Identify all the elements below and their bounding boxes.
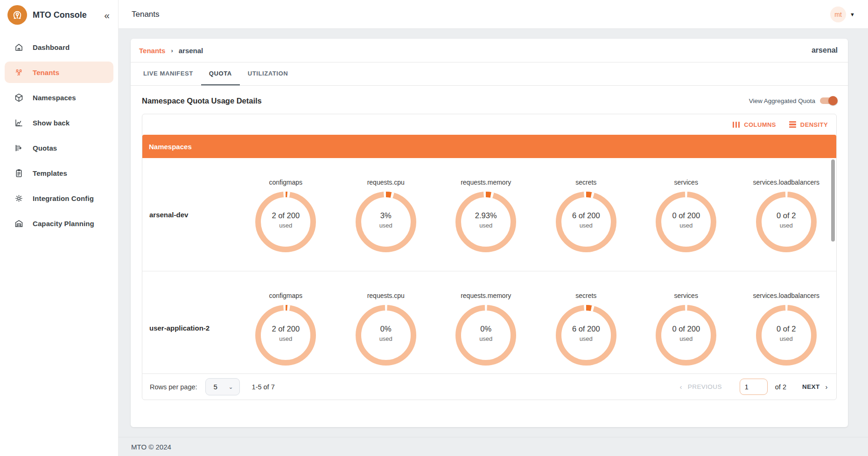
- avatar[interactable]: mt: [830, 7, 846, 22]
- chevron-right-icon: ›: [826, 383, 828, 391]
- quota-used-label: used: [679, 222, 693, 229]
- quota-cell-services.loadbalancers: services.loadbalancers0 of 2used: [736, 158, 837, 271]
- rows-per-page-select[interactable]: 5 ⌄: [205, 378, 240, 395]
- page-of-label: of 2: [775, 383, 786, 391]
- quota-cell-configmaps: configmaps2 of 200used: [236, 158, 336, 271]
- table-header-namespaces: Namespaces: [142, 135, 836, 158]
- page-number-input[interactable]: [740, 379, 768, 395]
- quota-donut-chart: 6 of 200used: [553, 302, 619, 368]
- sidebar-item-label: Integration Config: [33, 194, 94, 202]
- quota-section: Namespace Quota Usage Details View Aggre…: [131, 86, 848, 400]
- quota-value-label: 3%: [380, 211, 392, 220]
- quota-used-label: used: [479, 335, 492, 342]
- chevron-down-icon[interactable]: ▼: [850, 12, 855, 17]
- quota-cell-requests.cpu: requests.cpu0%used: [336, 271, 436, 373]
- footer: MTO © 2024: [119, 437, 868, 456]
- quota-used-label: used: [379, 335, 392, 342]
- home-icon: [13, 41, 24, 53]
- breadcrumb: Tenants › arsenal arsenal: [131, 39, 848, 62]
- tab-live-manifest[interactable]: LIVE MANIFEST: [135, 62, 201, 85]
- clipboard-icon: [13, 167, 24, 179]
- chevron-right-icon: ›: [171, 47, 173, 54]
- sidebar-item-label: Show back: [33, 119, 70, 127]
- sidebar-item-label: Capacity Planning: [33, 220, 94, 228]
- building-icon: [13, 218, 24, 229]
- quota-cell-secrets: secrets6 of 200used: [536, 271, 637, 373]
- gear-icon: [13, 193, 24, 204]
- sidebar-collapse-icon[interactable]: «: [102, 10, 112, 20]
- columns-button[interactable]: COLUMNS: [733, 121, 776, 128]
- quota-cell-services: services0 of 200used: [636, 158, 736, 271]
- topbar: Tenants mt ▼: [119, 0, 868, 29]
- quota-value-label: 2 of 200: [272, 211, 300, 220]
- namespace-name-label: arsenal-dev: [142, 158, 236, 271]
- quota-icon: [13, 142, 24, 153]
- quota-value-label: 6 of 200: [572, 325, 600, 333]
- namespaces-quota-table: COLUMNS DENSITY Namespaces arsenal-devco…: [142, 114, 837, 400]
- mto-console-app: MTO Console « DashboardTenantsNamespaces…: [0, 0, 868, 456]
- app-title: MTO Console: [33, 10, 102, 20]
- quota-value-label: 0 of 2: [777, 211, 796, 220]
- quota-donut-chart: 0%used: [453, 302, 519, 368]
- quota-donut-chart: 0 of 200used: [653, 302, 719, 368]
- sidebar-item-integration-config[interactable]: Integration Config: [5, 187, 113, 209]
- table-body: arsenal-devconfigmaps2 of 200usedrequest…: [142, 158, 836, 373]
- quota-cell-secrets: secrets6 of 200used: [536, 158, 637, 271]
- breadcrumb-tenants-link[interactable]: Tenants: [139, 47, 165, 55]
- quota-used-label: used: [780, 335, 793, 342]
- sidebar-item-dashboard[interactable]: Dashboard: [5, 36, 113, 58]
- pagination-range-label: 1-5 of 7: [252, 383, 275, 391]
- quota-value-label: 0%: [380, 325, 392, 333]
- sidebar: MTO Console « DashboardTenantsNamespaces…: [0, 0, 119, 456]
- columns-icon: [733, 122, 740, 128]
- quota-value-label: 2.93%: [475, 211, 497, 220]
- quota-value-label: 0 of 2: [777, 325, 796, 333]
- quota-value-label: 0%: [480, 325, 491, 333]
- table-row-arsenal-dev: arsenal-devconfigmaps2 of 200usedrequest…: [142, 158, 836, 271]
- quota-used-label: used: [479, 222, 492, 229]
- tenant-name-label: arsenal: [812, 46, 838, 55]
- quota-value-label: 2 of 200: [272, 325, 300, 333]
- table-toolbar: COLUMNS DENSITY: [142, 114, 836, 135]
- chart-icon: [13, 117, 24, 128]
- quota-used-label: used: [379, 222, 392, 229]
- quota-donut-chart: 2 of 200used: [252, 189, 319, 255]
- sidebar-item-capacity-planning[interactable]: Capacity Planning: [5, 213, 113, 234]
- sidebar-item-tenants[interactable]: Tenants: [5, 62, 113, 83]
- sidebar-item-templates[interactable]: Templates: [5, 162, 113, 184]
- quota-donut-chart: 3%used: [353, 189, 419, 255]
- quota-cell-requests.memory: requests.memory2.93%used: [436, 158, 536, 271]
- quota-used-label: used: [279, 222, 292, 229]
- previous-page-button[interactable]: ‹ PREVIOUS: [679, 383, 721, 391]
- rows-per-page-label: Rows per page:: [150, 383, 197, 391]
- sidebar-item-show-back[interactable]: Show back: [5, 112, 113, 133]
- sidebar-item-quotas[interactable]: Quotas: [5, 137, 113, 159]
- density-button[interactable]: DENSITY: [789, 121, 828, 128]
- tab-quota[interactable]: QUOTA: [201, 62, 240, 85]
- toggle-knob: [828, 96, 838, 105]
- chevron-down-icon: ⌄: [229, 384, 233, 390]
- quota-cell-configmaps: configmaps2 of 200used: [236, 271, 336, 373]
- aggregated-quota-toggle[interactable]: [820, 96, 837, 105]
- topbar-user-menu[interactable]: mt ▼: [830, 7, 855, 22]
- cube-icon: [13, 92, 24, 103]
- chevron-left-icon: ‹: [679, 383, 682, 391]
- quota-cell-services: services0 of 200used: [636, 271, 736, 373]
- aggregated-quota-toggle-label: View Aggregated Quota: [749, 97, 815, 104]
- quota-donut-chart: 0 of 200used: [653, 189, 719, 255]
- namespace-name-label: user-application-2: [142, 271, 236, 373]
- quota-value-label: 0 of 200: [672, 325, 700, 333]
- sidebar-item-label: Tenants: [33, 69, 59, 76]
- quota-donut-chart: 0%used: [353, 302, 419, 368]
- quota-donut-chart: 0 of 2used: [753, 189, 819, 255]
- quota-donut-chart: 2.93%used: [453, 189, 519, 255]
- quota-value-label: 0 of 200: [672, 211, 700, 220]
- footer-copyright: MTO © 2024: [131, 443, 171, 451]
- sidebar-item-namespaces[interactable]: Namespaces: [5, 87, 113, 108]
- page-title: Tenants: [132, 10, 160, 19]
- vertical-scrollbar[interactable]: [831, 159, 835, 242]
- tab-utilization[interactable]: UTILIZATION: [240, 62, 296, 85]
- content-card: Tenants › arsenal arsenal LIVE MANIFESTQ…: [131, 39, 848, 427]
- next-page-button[interactable]: NEXT ›: [802, 383, 828, 391]
- quota-used-label: used: [679, 335, 693, 342]
